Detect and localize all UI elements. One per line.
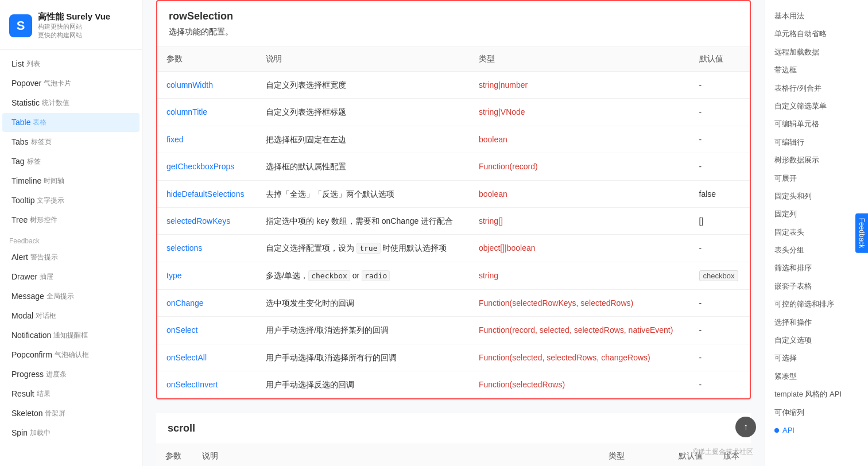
sidebar-item-message[interactable]: Message全局提示 xyxy=(2,287,140,306)
sidebar-feedback-nav: Alert警告提示Drawer抽屉Message全局提示Modal对话框Noti… xyxy=(0,248,142,442)
sidebar-item-tooltip[interactable]: Tooltip文字提示 xyxy=(2,191,140,210)
brand-sub1: 构建更快的网站 xyxy=(38,22,110,31)
type-cell: string[] xyxy=(470,207,690,234)
desc-cell: 去掉「全选」「反选」两个默认选项 xyxy=(257,180,470,207)
default-cell: - xyxy=(690,99,750,126)
right-sidebar-item-筛选和排序[interactable]: 筛选和排序 xyxy=(765,259,868,277)
scroll-top-button[interactable]: ↑ xyxy=(735,417,756,437)
right-sidebar-item-远程加载数据[interactable]: 远程加载数据 xyxy=(765,43,868,61)
right-sidebar-item-表头分组[interactable]: 表头分组 xyxy=(765,241,868,259)
sidebar-item-en: Tree xyxy=(11,215,28,224)
table-row: selections自定义选择配置项，设为 true 时使用默认选择项objec… xyxy=(157,235,750,262)
right-sidebar-item-可展开[interactable]: 可展开 xyxy=(765,169,868,187)
sidebar-item-popconfirm[interactable]: Popconfirm气泡确认框 xyxy=(2,345,140,364)
sidebar-item-drawer[interactable]: Drawer抽屉 xyxy=(2,267,140,286)
right-sidebar-item-可编辑行[interactable]: 可编辑行 xyxy=(765,133,868,151)
sidebar-item-tree[interactable]: Tree树形控件 xyxy=(2,211,140,230)
right-sidebar-item-可编辑单元格[interactable]: 可编辑单元格 xyxy=(765,115,868,133)
sidebar-item-table[interactable]: Table表格 xyxy=(2,113,140,132)
right-sidebar-item-嵌套子表格[interactable]: 嵌套子表格 xyxy=(765,277,868,295)
desc-cell: 用户手动选择/取消选择所有行的回调 xyxy=(257,344,470,371)
sidebar-item-modal[interactable]: Modal对话框 xyxy=(2,306,140,325)
right-sidebar-item-API[interactable]: API xyxy=(765,421,868,439)
param-cell: onSelectInvert xyxy=(157,371,257,398)
sidebar-item-timeline[interactable]: Timeline时间轴 xyxy=(2,172,140,191)
table-row: hideDefaultSelections去掉「全选」「反选」两个默认选项boo… xyxy=(157,180,750,207)
type-cell: boolean xyxy=(470,180,690,207)
scroll-col-type: 类型 xyxy=(599,444,669,466)
type-cell: boolean xyxy=(470,126,690,153)
right-sidebar-item-可伸缩列[interactable]: 可伸缩列 xyxy=(765,403,868,421)
table-row: selectedRowKeys指定选中项的 key 数组，需要和 onChang… xyxy=(157,207,750,234)
sidebar-item-result[interactable]: Result结果 xyxy=(2,385,140,403)
sidebar-item-en: Spin xyxy=(11,428,28,437)
brand-logo: S xyxy=(9,14,32,37)
right-sidebar-item-基本用法[interactable]: 基本用法 xyxy=(765,7,868,25)
param-cell: selections xyxy=(157,235,257,262)
param-cell: hideDefaultSelections xyxy=(157,180,257,207)
sidebar-item-tabs[interactable]: Tabs标签页 xyxy=(2,133,140,152)
active-dot-indicator xyxy=(774,428,779,433)
sidebar-item-zh: 警告提示 xyxy=(30,253,58,262)
col-header-desc: 说明 xyxy=(257,47,470,72)
param-cell: onSelectAll xyxy=(157,344,257,371)
table-row: onSelectAll用户手动选择/取消选择所有行的回调Function(sel… xyxy=(157,344,750,371)
right-sidebar-item-树形数据展示[interactable]: 树形数据展示 xyxy=(765,151,868,169)
right-sidebar-item-自定义筛选菜单[interactable]: 自定义筛选菜单 xyxy=(765,97,868,115)
brand-name: 高性能 Surely Vue xyxy=(38,11,110,22)
col-header-default: 默认值 xyxy=(690,47,750,72)
desc-cell: 自定义列表选择框标题 xyxy=(257,99,470,126)
right-sidebar-item-固定头和列[interactable]: 固定头和列 xyxy=(765,187,868,205)
default-cell: - xyxy=(690,371,750,398)
right-sidebar-item-表格行-列合并[interactable]: 表格行/列合并 xyxy=(765,79,868,97)
scroll-col-desc: 说明 xyxy=(193,444,600,466)
right-sidebar-nav: 基本用法单元格自动省略远程加载数据带边框表格行/列合并自定义筛选菜单可编辑单元格… xyxy=(765,7,868,439)
sidebar-item-zh: 统计数值 xyxy=(42,98,69,108)
sidebar-item-skeleton[interactable]: Skeleton骨架屏 xyxy=(2,404,140,423)
sidebar-item-statistic[interactable]: Statistic统计数值 xyxy=(2,94,140,112)
feedback-section-label: Feedback xyxy=(0,230,142,247)
default-cell: - xyxy=(690,289,750,316)
right-sidebar-item-固定表头[interactable]: 固定表头 xyxy=(765,223,868,241)
sidebar-item-list[interactable]: List列表 xyxy=(2,55,140,73)
sidebar-item-tag[interactable]: Tag标签 xyxy=(2,152,140,171)
sidebar-item-progress[interactable]: Progress进度条 xyxy=(2,365,140,384)
brand-text: 高性能 Surely Vue 构建更快的网站 更快的构建网站 xyxy=(38,11,110,40)
sidebar-item-en: Popconfirm xyxy=(11,350,52,359)
right-sidebar-item-可选择[interactable]: 可选择 xyxy=(765,349,868,367)
sidebar-item-zh: 标签页 xyxy=(31,137,52,147)
table-row: type多选/单选，checkbox or radiostringcheckbo… xyxy=(157,262,750,290)
sidebar-item-en: Skeleton xyxy=(11,409,42,418)
right-sidebar-item-可控的筛选和排序[interactable]: 可控的筛选和排序 xyxy=(765,295,868,313)
sidebar-item-alert[interactable]: Alert警告提示 xyxy=(2,248,140,267)
default-cell: false xyxy=(690,180,750,207)
right-sidebar-item-选择和操作[interactable]: 选择和操作 xyxy=(765,313,868,331)
sidebar-item-spin[interactable]: Spin加载中 xyxy=(2,424,140,442)
type-cell: string xyxy=(470,262,690,290)
scroll-section: scroll 参数 说明 类型 默认值 版本 x 设置横向滚动，也可用于指定滚动… xyxy=(156,413,751,467)
sidebar-item-zh: 骨架屏 xyxy=(45,409,65,418)
sidebar-item-notification[interactable]: Notification通知提醒框 xyxy=(2,326,140,345)
default-cell: - xyxy=(690,126,750,153)
right-sidebar-item-紧凑型[interactable]: 紧凑型 xyxy=(765,367,868,385)
sidebar-item-zh: 抽屉 xyxy=(40,272,53,282)
right-sidebar-item-带边框[interactable]: 带边框 xyxy=(765,61,868,79)
row-selection-table: 参数 说明 类型 默认值 columnWidth自定义列表选择框宽度string… xyxy=(157,46,750,398)
sidebar-item-en: Timeline xyxy=(11,176,41,185)
sidebar-item-zh: 全局提示 xyxy=(46,292,74,301)
right-sidebar-item-单元格自动省略[interactable]: 单元格自动省略 xyxy=(765,25,868,42)
type-cell: Function(record) xyxy=(470,153,690,180)
default-cell: - xyxy=(690,317,750,344)
right-sidebar-item-template-风格的-API[interactable]: template 风格的 API xyxy=(765,385,868,403)
right-sidebar-item-自定义选项[interactable]: 自定义选项 xyxy=(765,331,868,349)
param-cell: onSelect xyxy=(157,317,257,344)
feedback-tab[interactable]: Feedback xyxy=(855,213,868,253)
param-cell: type xyxy=(157,262,257,290)
default-tag: checkbox xyxy=(699,270,739,281)
sidebar-item-zh: 通知提醒框 xyxy=(53,331,88,340)
sidebar-item-en: Tooltip xyxy=(11,196,34,205)
sidebar-item-en: Notification xyxy=(11,331,51,340)
sidebar-item-en: Message xyxy=(11,292,44,301)
right-sidebar-item-固定列[interactable]: 固定列 xyxy=(765,205,868,223)
sidebar-item-popover[interactable]: Popover气泡卡片 xyxy=(2,74,140,93)
